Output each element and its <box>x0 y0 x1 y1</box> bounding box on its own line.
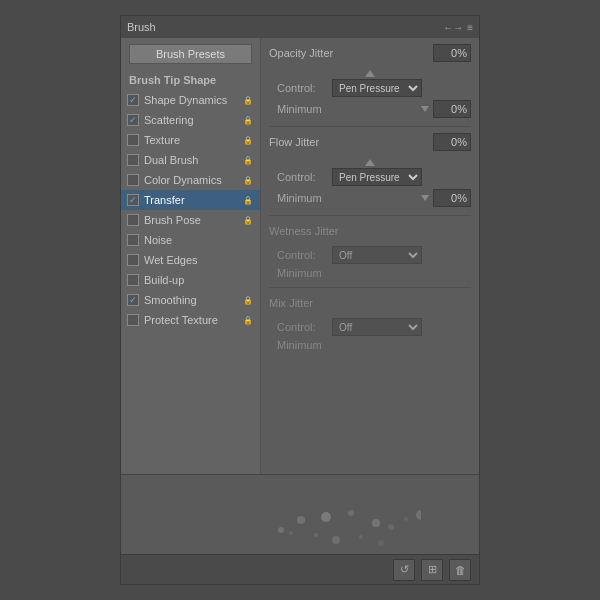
item-label-0: Shape Dynamics <box>144 94 242 106</box>
checkbox-2[interactable] <box>127 134 139 146</box>
checkbox-5[interactable] <box>127 194 139 206</box>
item-label-2: Texture <box>144 134 242 146</box>
checkbox-7[interactable] <box>127 234 139 246</box>
mix-jitter-row: Mix Jitter <box>269 292 471 314</box>
wetness-jitter-row: Wetness Jitter <box>269 220 471 242</box>
brush-item-protect-texture[interactable]: Protect Texture🔒 <box>121 310 260 330</box>
control4-label: Control: <box>277 321 332 333</box>
collapse-icon[interactable]: ←→ <box>443 22 463 33</box>
left-panel: Brush Presets Brush Tip Shape Shape Dyna… <box>121 38 261 474</box>
brush-item-smoothing[interactable]: Smoothing🔒 <box>121 290 260 310</box>
brush-presets-button[interactable]: Brush Presets <box>129 44 252 64</box>
minimum1-input[interactable] <box>433 100 471 118</box>
triangle-up-1[interactable] <box>365 70 375 77</box>
brush-tip-shape-title: Brush Tip Shape <box>121 72 260 90</box>
minimum1-row: Minimum <box>269 100 471 118</box>
opacity-jitter-row: Opacity Jitter <box>269 42 471 64</box>
control3-label: Control: <box>277 249 332 261</box>
brush-item-brush-pose[interactable]: Brush Pose🔒 <box>121 210 260 230</box>
svg-point-10 <box>378 540 384 546</box>
item-label-9: Build-up <box>144 274 254 286</box>
lock-icon-2: 🔒 <box>242 134 254 146</box>
item-label-8: Wet Edges <box>144 254 254 266</box>
svg-point-11 <box>314 533 318 537</box>
brush-item-shape-dynamics[interactable]: Shape Dynamics🔒 <box>121 90 260 110</box>
brush-item-color-dynamics[interactable]: Color Dynamics🔒 <box>121 170 260 190</box>
checkbox-4[interactable] <box>127 174 139 186</box>
menu-icon[interactable]: ≡ <box>467 22 473 33</box>
checkbox-6[interactable] <box>127 214 139 226</box>
panel-title: Brush <box>127 21 156 33</box>
lock-icon-5: 🔒 <box>242 194 254 206</box>
lock-icon-0: 🔒 <box>242 94 254 106</box>
item-label-5: Transfer <box>144 194 242 206</box>
item-label-7: Noise <box>144 234 254 246</box>
svg-point-5 <box>388 524 394 530</box>
control2-label: Control: <box>277 171 332 183</box>
item-label-10: Smoothing <box>144 294 242 306</box>
brush-item-scattering[interactable]: Scattering🔒 <box>121 110 260 130</box>
bottom-toolbar: ↺ ⊞ 🗑 <box>121 554 479 584</box>
panel-body: Brush Presets Brush Tip Shape Shape Dyna… <box>121 38 479 474</box>
control1-dropdown[interactable]: Pen Pressure <box>332 79 422 97</box>
brush-item-wet-edges[interactable]: Wet Edges <box>121 250 260 270</box>
panel-titlebar: Brush ←→ ≡ <box>121 16 479 38</box>
svg-point-9 <box>359 535 363 539</box>
svg-point-4 <box>372 519 380 527</box>
minimum3-row: Minimum <box>269 267 471 279</box>
checkbox-11[interactable] <box>127 314 139 326</box>
new-brush-button[interactable]: ⊞ <box>421 559 443 581</box>
checkbox-10[interactable] <box>127 294 139 306</box>
divider-2 <box>269 215 471 216</box>
brush-item-noise[interactable]: Noise <box>121 230 260 250</box>
flow-jitter-input[interactable] <box>433 133 471 151</box>
minimum2-row: Minimum <box>269 189 471 207</box>
lock-icon-6: 🔒 <box>242 214 254 226</box>
brush-item-build-up[interactable]: Build-up <box>121 270 260 290</box>
svg-point-13 <box>289 531 293 535</box>
divider-1 <box>269 126 471 127</box>
minimum3-label: Minimum <box>277 267 471 279</box>
wetness-jitter-label: Wetness Jitter <box>269 225 471 237</box>
checkbox-0[interactable] <box>127 94 139 106</box>
item-label-3: Dual Brush <box>144 154 242 166</box>
checkbox-3[interactable] <box>127 154 139 166</box>
control4-dropdown[interactable]: Off <box>332 318 422 336</box>
item-label-11: Protect Texture <box>144 314 242 326</box>
opacity-jitter-input[interactable] <box>433 44 471 62</box>
svg-point-7 <box>416 510 421 520</box>
control2-row: Control: Pen Pressure <box>269 168 471 186</box>
checkbox-1[interactable] <box>127 114 139 126</box>
brush-items-list: Shape Dynamics🔒Scattering🔒Texture🔒Dual B… <box>121 90 260 330</box>
item-label-1: Scattering <box>144 114 242 126</box>
control3-row: Control: Off <box>269 246 471 264</box>
minimum2-input[interactable] <box>433 189 471 207</box>
minimum2-triangle <box>421 195 429 201</box>
checkbox-9[interactable] <box>127 274 139 286</box>
brush-item-dual-brush[interactable]: Dual Brush🔒 <box>121 150 260 170</box>
svg-point-3 <box>348 510 354 516</box>
control1-row: Control: Pen Pressure <box>269 79 471 97</box>
svg-point-2 <box>321 512 331 522</box>
lock-icon-10: 🔒 <box>242 294 254 306</box>
control2-dropdown[interactable]: Pen Pressure <box>332 168 422 186</box>
svg-point-1 <box>297 516 305 524</box>
brush-item-texture[interactable]: Texture🔒 <box>121 130 260 150</box>
svg-point-6 <box>404 517 408 521</box>
control3-dropdown[interactable]: Off <box>332 246 422 264</box>
lock-icon-4: 🔒 <box>242 174 254 186</box>
triangle-row-2 <box>269 159 471 166</box>
delete-brush-button[interactable]: 🗑 <box>449 559 471 581</box>
reset-button[interactable]: ↺ <box>393 559 415 581</box>
control1-label: Control: <box>277 82 332 94</box>
divider-3 <box>269 287 471 288</box>
triangle-up-2[interactable] <box>365 159 375 166</box>
brush-item-transfer[interactable]: Transfer🔒 <box>121 190 260 210</box>
flow-jitter-label: Flow Jitter <box>269 136 433 148</box>
minimum4-row: Minimum <box>269 339 471 351</box>
minimum4-label: Minimum <box>277 339 471 351</box>
lock-icon-3: 🔒 <box>242 154 254 166</box>
lock-icon-1: 🔒 <box>242 114 254 126</box>
checkbox-8[interactable] <box>127 254 139 266</box>
control4-row: Control: Off <box>269 318 471 336</box>
